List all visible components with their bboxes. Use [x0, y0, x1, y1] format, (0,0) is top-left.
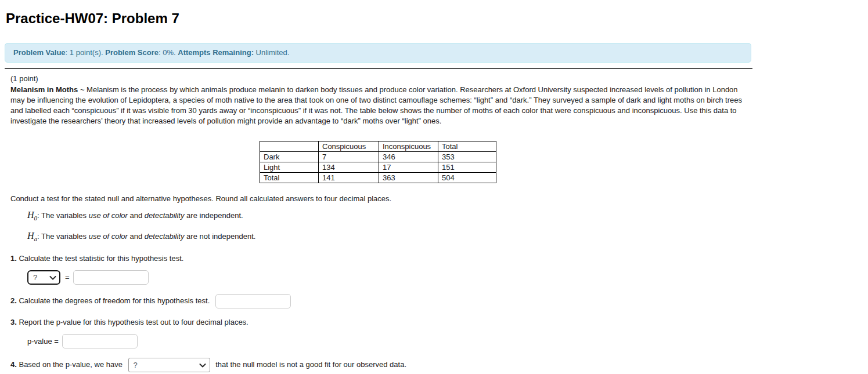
ha-post: are not independent.	[184, 232, 255, 241]
cell: 363	[379, 173, 438, 183]
p-value-input[interactable]	[62, 334, 138, 348]
question-3-text: Report the p-value for this hypothesis t…	[17, 318, 248, 326]
equals-sign: =	[65, 273, 70, 282]
row-label: Dark	[260, 152, 319, 162]
question-1-text: Calculate the test statistic for this hy…	[17, 254, 184, 263]
header-total: Total	[438, 141, 496, 152]
conclusion-select-wrap: ?	[128, 358, 210, 372]
cell: 141	[319, 173, 379, 183]
status-attempts-text: Unlimited.	[254, 48, 289, 57]
webwork-problem-page: Practice-HW07: Problem 7 Problem Value: …	[0, 0, 868, 374]
question-4: 4. Based on the p-value, we have ? that …	[10, 358, 868, 372]
ha-text: : The variables	[37, 232, 89, 241]
cell: 134	[319, 162, 379, 173]
problem-body: (1 point) Melanism in Moths ~ Melanism i…	[10, 74, 868, 372]
header-empty	[260, 141, 319, 152]
cell: 346	[379, 152, 438, 162]
status-problem-value-label: Problem Value	[13, 48, 66, 57]
status-problem-score-label: Problem Score	[105, 48, 159, 57]
null-hypothesis: H0: The variables use of color and detec…	[27, 209, 868, 224]
ha-var2: detectability	[145, 232, 185, 241]
points-note: (1 point)	[10, 74, 868, 83]
question-4-number: 4.	[10, 360, 17, 369]
row-label: Total	[260, 173, 319, 183]
problem-status-bar: Problem Value: 1 point(s). Problem Score…	[5, 43, 751, 63]
cell: 7	[319, 152, 379, 162]
question-2-number: 2.	[10, 296, 17, 305]
header-conspicuous: Conspicuous	[319, 141, 379, 152]
h0-var1: use of color	[89, 211, 128, 220]
table-header-row: Conspicuous Inconspicuous Total	[260, 141, 496, 152]
conclusion-select[interactable]: ?	[128, 358, 210, 372]
h0-text: : The variables	[37, 211, 89, 220]
alternative-hypothesis: Ha: The variables use of color and detec…	[27, 230, 868, 245]
ha-symbol: Ha	[27, 231, 37, 241]
instructions-text: Conduct a test for the stated null and a…	[10, 194, 868, 203]
ha-var1: use of color	[89, 232, 128, 241]
cell: 151	[438, 162, 496, 173]
status-problem-value-text: : 1 point(s).	[66, 48, 106, 57]
question-1-number: 1.	[10, 254, 17, 263]
question-2-text: Calculate the degrees of freedom for thi…	[17, 296, 212, 305]
problem-statement-title: Melanism in Moths	[10, 85, 78, 94]
h0-var2: detectability	[145, 211, 185, 220]
problem-statement: Melanism in Moths ~ Melanism is the proc…	[10, 85, 744, 126]
cell: 504	[438, 173, 496, 183]
status-problem-score-text: : 0%.	[159, 48, 178, 57]
test-statistic-select-wrap: ?	[27, 270, 60, 285]
header-inconspicuous: Inconspicuous	[379, 141, 438, 152]
p-value-label: p-value =	[27, 337, 59, 346]
test-statistic-select[interactable]: ?	[27, 270, 60, 285]
table-row: Dark 7 346 353	[260, 152, 496, 162]
h0-symbol: H0	[27, 210, 37, 220]
status-attempts-label: Attempts Remaining:	[178, 48, 254, 57]
table-row: Light 134 17 151	[260, 162, 496, 173]
problem-statement-text: ~ Melanism is the process by which anima…	[10, 85, 742, 125]
question-3-number: 3.	[10, 318, 17, 326]
test-statistic-input[interactable]	[73, 270, 149, 285]
question-3-answer-row: p-value =	[27, 334, 868, 348]
degrees-of-freedom-input[interactable]	[215, 294, 291, 308]
row-label: Light	[260, 162, 319, 173]
question-3: 3. Report the p-value for this hypothesi…	[10, 318, 868, 326]
divider	[5, 68, 752, 69]
table-row: Total 141 363 504	[260, 173, 496, 183]
question-4-pre-text: Based on the p-value, we have	[17, 360, 125, 369]
question-4-post-text: that the null model is not a good fit fo…	[214, 360, 406, 369]
moth-data-table: Conspicuous Inconspicuous Total Dark 7 3…	[260, 141, 496, 183]
question-2: 2. Calculate the degrees of freedom for …	[10, 294, 868, 308]
question-1-answer-row: ? =	[27, 270, 868, 285]
cell: 17	[379, 162, 438, 173]
cell: 353	[438, 152, 496, 162]
h0-post: are independent.	[184, 211, 243, 220]
ha-conj: and	[128, 232, 145, 241]
h0-conj: and	[128, 211, 145, 220]
page-title: Practice-HW07: Problem 7	[6, 10, 868, 27]
question-1: 1. Calculate the test statistic for this…	[10, 254, 868, 263]
